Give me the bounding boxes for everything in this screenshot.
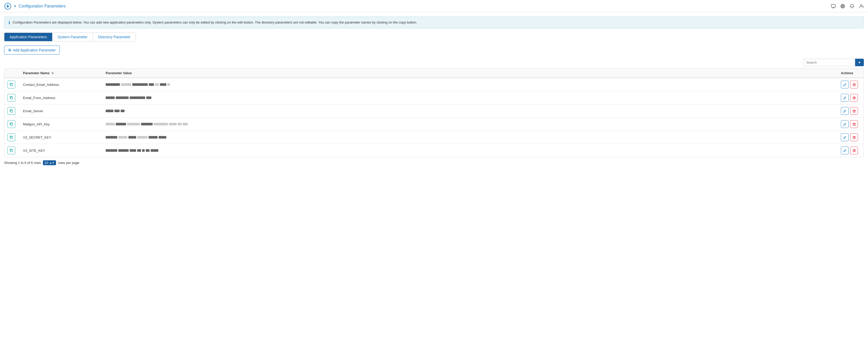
- svg-text:▼: ▼: [863, 5, 864, 8]
- user-icon[interactable]: ▼: [859, 4, 864, 9]
- search-dropdown-button[interactable]: ▼: [855, 59, 864, 66]
- delete-button[interactable]: [850, 120, 858, 128]
- header-left: ▼ Configuration Parameters: [4, 3, 66, 10]
- parameter-value-cell: [102, 131, 838, 144]
- col-header-name: Parameter Name ⇅: [20, 68, 102, 78]
- delete-button[interactable]: [850, 107, 858, 115]
- copy-button[interactable]: [7, 133, 15, 141]
- svg-rect-15: [853, 97, 855, 99]
- copy-button[interactable]: [7, 120, 15, 128]
- svg-rect-26: [10, 137, 13, 139]
- search-wrapper: ▼: [803, 59, 864, 66]
- rows-per-page-chevron: ▲▼: [49, 162, 55, 164]
- parameters-table: Parameter Name ⇅ Parameter Value Actions…: [4, 68, 864, 157]
- monitor-icon[interactable]: [831, 4, 836, 9]
- edit-button[interactable]: [841, 107, 848, 115]
- svg-rect-31: [853, 150, 855, 152]
- table-footer: Showing 1 to 6 of 6 rows 10 ▲▼ rows per …: [4, 160, 864, 165]
- rows-per-page-selector[interactable]: 10 ▲▼: [43, 160, 56, 165]
- parameters-table-container: Parameter Name ⇅ Parameter Value Actions…: [4, 68, 864, 157]
- info-banner: ℹ Configuration Parameters are displayed…: [4, 17, 864, 28]
- edit-button[interactable]: [841, 120, 848, 128]
- header-dropdown-btn[interactable]: ▼: [13, 4, 17, 8]
- rows-per-page-label: rows per page: [58, 161, 79, 165]
- svg-rect-22: [10, 123, 13, 125]
- table-row: V3_SECRET_KEY: [4, 131, 864, 144]
- bell-icon[interactable]: [849, 4, 855, 9]
- search-input[interactable]: [803, 59, 855, 66]
- edit-button[interactable]: [841, 147, 848, 155]
- parameter-name-cell: Contact_Email_Address: [20, 78, 102, 91]
- parameter-name-cell: V3_SECRET_KEY: [20, 131, 102, 144]
- delete-button[interactable]: [850, 94, 858, 102]
- svg-rect-27: [853, 137, 855, 139]
- edit-button[interactable]: [841, 133, 848, 141]
- action-buttons: [841, 133, 861, 141]
- tab-directory-parameter[interactable]: Directory Parameter: [93, 33, 135, 41]
- copy-button[interactable]: [7, 147, 15, 155]
- delete-button[interactable]: [850, 147, 858, 155]
- svg-rect-14: [10, 97, 13, 99]
- svg-rect-2: [831, 4, 835, 7]
- plus-circle-icon: ⊕: [8, 48, 11, 53]
- info-banner-text: Configuration Parameters are displayed b…: [13, 20, 417, 25]
- parameter-name-cell: V3_SITE_KEY: [20, 144, 102, 157]
- parameter-value-cell: [102, 91, 838, 105]
- svg-rect-18: [10, 110, 13, 112]
- col-header-actions: Actions: [838, 68, 864, 78]
- tabs-container: Application Parameters System Parameter …: [4, 33, 136, 41]
- parameter-name-cell: Email_From_Address: [20, 91, 102, 105]
- parameter-name-cell: Mailgun_API_Key: [20, 118, 102, 131]
- delete-button[interactable]: [850, 133, 858, 141]
- svg-rect-19: [853, 110, 855, 112]
- copy-button[interactable]: [7, 94, 15, 102]
- parameter-value-cell: [102, 118, 838, 131]
- svg-rect-10: [10, 84, 13, 86]
- showing-text: Showing 1 to 6 of 6 rows: [4, 161, 41, 165]
- table-row: V3_SITE_KEY: [4, 144, 864, 157]
- rows-per-page-value: 10: [44, 161, 48, 165]
- action-buttons: [841, 147, 861, 155]
- svg-point-1: [7, 5, 8, 7]
- edit-button[interactable]: [841, 81, 848, 88]
- header-title: Configuration Parameters: [19, 4, 66, 8]
- main-content: ℹ Configuration Parameters are displayed…: [0, 12, 868, 363]
- add-application-parameter-button[interactable]: ⊕ Add Application Parameter: [4, 46, 60, 55]
- col-header-value: Parameter Value: [102, 68, 838, 78]
- table-row: Mailgun_API_Key: [4, 118, 864, 131]
- action-buttons: [841, 107, 861, 115]
- action-buttons: [841, 94, 861, 102]
- delete-button[interactable]: [850, 81, 858, 88]
- col-header-icon: [4, 68, 20, 78]
- sort-icon[interactable]: ⇅: [52, 72, 54, 75]
- parameter-name-cell: Email_Server: [20, 105, 102, 118]
- svg-rect-11: [853, 84, 855, 86]
- tab-system-parameter[interactable]: System Parameter: [53, 33, 93, 41]
- table-row: Email_From_Address: [4, 91, 864, 105]
- parameter-value-cell: [102, 144, 838, 157]
- action-buttons: [841, 81, 861, 88]
- search-area: ▼: [4, 59, 864, 66]
- copy-button[interactable]: [7, 107, 15, 115]
- app-logo-icon[interactable]: [4, 3, 11, 10]
- copy-button[interactable]: [7, 81, 15, 88]
- app-header: ▼ Configuration Parameters ▼: [0, 0, 868, 12]
- edit-button[interactable]: [841, 94, 848, 102]
- parameter-value-cell: [102, 105, 838, 118]
- parameter-value-cell: [102, 78, 838, 91]
- tab-application-parameters[interactable]: Application Parameters: [4, 33, 53, 41]
- action-buttons: [841, 120, 861, 128]
- svg-rect-23: [853, 123, 855, 125]
- header-icons: ▼: [831, 4, 864, 9]
- globe-icon[interactable]: [840, 4, 845, 9]
- info-icon: ℹ: [8, 20, 10, 25]
- svg-rect-30: [10, 150, 13, 152]
- table-header-row: Parameter Name ⇅ Parameter Value Actions: [4, 68, 864, 78]
- table-row: Contact_Email_Address: [4, 78, 864, 91]
- table-row: Email_Server: [4, 105, 864, 118]
- add-button-label: Add Application Parameter: [13, 48, 56, 52]
